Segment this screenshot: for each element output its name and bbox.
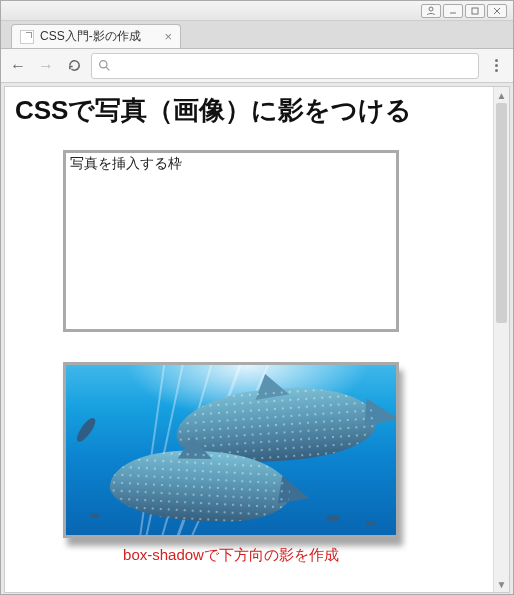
tab-close-icon[interactable]: ×	[164, 30, 172, 43]
svg-point-0	[429, 7, 433, 11]
page-title: CSSで写真（画像）に影をつける	[15, 93, 483, 128]
frame-label: 写真を挿入する枠	[70, 155, 182, 171]
scroll-thumb[interactable]	[496, 103, 507, 323]
page-content: CSSで写真（画像）に影をつける 写真を挿入する枠 box-shadowで下方向…	[5, 87, 493, 592]
page-viewport: CSSで写真（画像）に影をつける 写真を挿入する枠 box-shadowで下方向…	[4, 86, 510, 593]
photo-with-shadow	[63, 362, 399, 538]
user-icon[interactable]	[421, 4, 441, 18]
aquarium-image	[66, 365, 396, 535]
close-icon[interactable]	[487, 4, 507, 18]
maximize-icon[interactable]	[465, 4, 485, 18]
window-titlebar	[1, 1, 513, 21]
address-bar[interactable]	[91, 53, 479, 79]
document-icon	[20, 30, 34, 44]
scroll-up-icon[interactable]: ▲	[494, 87, 509, 103]
image-caption: box-shadowで下方向の影を作成	[63, 546, 399, 565]
browser-tab[interactable]: CSS入門-影の作成 ×	[11, 24, 181, 48]
svg-point-5	[100, 61, 107, 68]
reload-button[interactable]	[63, 55, 85, 77]
back-button[interactable]: ←	[7, 55, 29, 77]
photo-placeholder-frame: 写真を挿入する枠	[63, 150, 399, 332]
forward-button[interactable]: →	[35, 55, 57, 77]
menu-icon[interactable]	[485, 55, 507, 77]
scroll-down-icon[interactable]: ▼	[494, 576, 509, 592]
tab-title: CSS入門-影の作成	[40, 28, 141, 45]
vertical-scrollbar[interactable]: ▲ ▼	[493, 87, 509, 592]
tab-strip: CSS入門-影の作成 ×	[1, 21, 513, 49]
minimize-icon[interactable]	[443, 4, 463, 18]
search-icon	[98, 59, 111, 72]
svg-line-6	[106, 67, 109, 70]
browser-toolbar: ← →	[1, 49, 513, 83]
svg-rect-2	[472, 8, 478, 14]
